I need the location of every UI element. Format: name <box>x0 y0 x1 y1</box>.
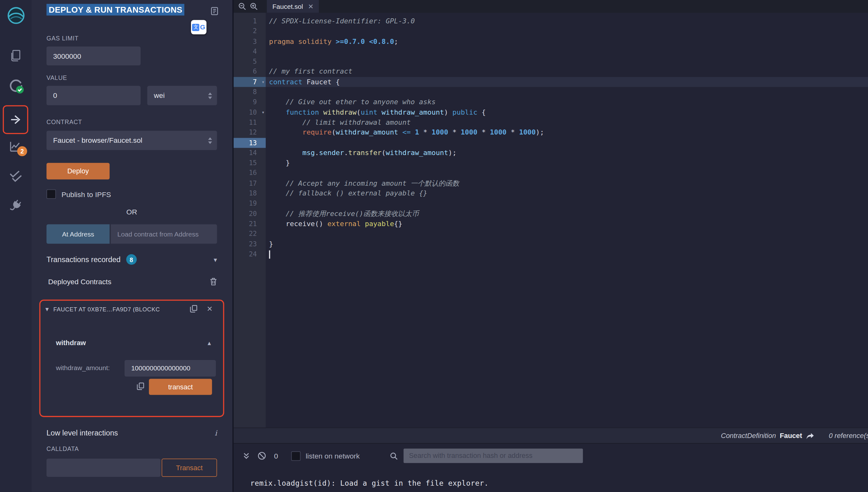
info-icon[interactable]: i <box>214 428 217 437</box>
code-line[interactable] <box>266 229 868 239</box>
zoom-in-icon[interactable] <box>250 2 258 10</box>
publish-ipfs-checkbox[interactable] <box>46 190 56 199</box>
code-line[interactable]: // 推荐使用receive()函数来接收以太币 <box>266 209 868 219</box>
terminal-search-icon[interactable] <box>389 451 398 460</box>
deploy-run-icon[interactable] <box>0 113 31 127</box>
code-line[interactable] <box>266 46 868 56</box>
gas-limit-input[interactable] <box>46 46 141 65</box>
gutter-line[interactable]: 9 <box>234 97 266 107</box>
gutter-line[interactable]: 15 <box>234 158 266 168</box>
gutter-line[interactable]: 23 <box>234 239 266 249</box>
gutter-line[interactable]: 4 <box>234 46 266 56</box>
code-line[interactable]: require(withdraw_amount <= 1 * 1000 * 10… <box>266 128 868 138</box>
code-line[interactable]: } <box>266 158 868 168</box>
gutter-line[interactable]: 22 <box>234 229 266 239</box>
gutter-line[interactable]: 17 <box>234 178 266 188</box>
code-line[interactable] <box>266 198 868 208</box>
copy-address-icon[interactable] <box>190 305 198 313</box>
gutter-line[interactable]: 10▾ <box>234 107 266 118</box>
code-line[interactable]: // fallback () external payable {} <box>266 188 868 198</box>
gutter-line[interactable]: 12 <box>234 128 266 138</box>
at-address-input[interactable] <box>111 224 217 244</box>
value-unit-select[interactable]: wei <box>147 86 217 105</box>
copy-calldata-icon[interactable] <box>137 382 145 390</box>
go-to-definition-icon[interactable] <box>806 432 815 440</box>
google-translate-icon[interactable]: 文 G <box>191 20 206 34</box>
code-line[interactable]: } <box>266 239 868 249</box>
gutter-line[interactable]: 14 <box>234 148 266 158</box>
chevron-down-icon[interactable]: ▾ <box>214 255 217 263</box>
fold-icon[interactable]: ▾ <box>262 107 265 118</box>
gutter-line[interactable]: 1 <box>234 16 266 26</box>
code-line[interactable] <box>266 56 868 67</box>
code-token: ( <box>331 128 335 137</box>
panel-title: DEPLOY & RUN TRANSACTIONS <box>46 5 184 15</box>
documentation-icon[interactable] <box>210 7 219 16</box>
trash-icon[interactable] <box>210 277 217 286</box>
deployed-contracts-row: Deployed Contracts <box>48 277 217 286</box>
gutter-line[interactable]: 11 <box>234 118 266 128</box>
clear-console-icon[interactable] <box>258 451 266 460</box>
unit-testing-icon[interactable] <box>0 170 31 183</box>
at-address-button[interactable]: At Address <box>46 224 109 244</box>
code-line[interactable] <box>266 26 868 36</box>
remix-logo[interactable] <box>0 4 31 27</box>
contract-select[interactable]: Faucet - browser/Faucet.sol <box>46 131 217 150</box>
code-token: { <box>477 108 485 116</box>
code-line[interactable]: // limit withdrawal amount <box>266 118 868 128</box>
chevron-up-icon[interactable]: ▴ <box>208 339 211 347</box>
gutter-line[interactable]: 13 <box>234 138 266 148</box>
code-line[interactable]: function withdraw(uint withdraw_amount) … <box>266 107 868 118</box>
terminal-expand-icon[interactable] <box>242 452 250 460</box>
code-line[interactable]: pragma solidity >=0.7.0 <0.8.0; <box>266 36 868 46</box>
zoom-out-icon[interactable] <box>238 2 246 10</box>
calldata-input[interactable] <box>46 459 160 477</box>
code-line[interactable] <box>266 138 868 148</box>
terminal-search-input[interactable] <box>403 449 583 463</box>
withdraw-row[interactable]: withdraw ▴ <box>56 339 211 347</box>
code-token: 1000 <box>432 128 448 137</box>
code-line[interactable]: // my first contract <box>266 67 868 77</box>
caret-down-icon[interactable]: ▾ <box>46 305 49 313</box>
withdraw-amount-input[interactable] <box>125 360 216 377</box>
value-input[interactable] <box>46 86 141 105</box>
code-line[interactable]: // Give out ether to anyone who asks <box>266 97 868 107</box>
gutter-line[interactable]: 7▾ <box>234 77 266 87</box>
deploy-button[interactable]: Deploy <box>46 163 109 180</box>
code-line[interactable]: receive() external payable{} <box>266 219 868 229</box>
gutter-line[interactable]: 16 <box>234 168 266 178</box>
code-line[interactable] <box>266 168 868 178</box>
gutter-line[interactable]: 21 <box>234 219 266 229</box>
code-line[interactable]: // SPDX-License-Identifier: GPL-3.0 <box>266 16 868 26</box>
transact-button[interactable]: transact <box>149 379 212 395</box>
listen-network-checkbox[interactable] <box>291 451 301 461</box>
code-line[interactable] <box>266 249 868 259</box>
panel-title-text: DEPLOY & RUN TRANSACTIONS <box>46 4 184 16</box>
gutter-line[interactable]: 3 <box>234 36 266 46</box>
file-explorer-icon[interactable] <box>0 49 31 63</box>
code-line[interactable]: msg.sender.transfer(withdraw_amount); <box>266 148 868 158</box>
code-line[interactable] <box>266 87 868 97</box>
status-references[interactable]: 0 reference(s) <box>829 428 868 444</box>
tab-faucet-sol[interactable]: Faucet.sol ✕ <box>267 0 319 13</box>
gutter-line[interactable]: 24 <box>234 249 266 259</box>
deployed-contract-header[interactable]: ▾ FAUCET AT 0XB7E…FA9D7 (BLOCKC ✕ <box>46 305 223 313</box>
low-level-transact-button[interactable]: Transact <box>161 459 217 477</box>
gutter-line[interactable]: 8 <box>234 87 266 97</box>
tab-close-icon[interactable]: ✕ <box>308 2 314 10</box>
code-token: // 推荐使用receive()函数来接收以太币 <box>269 209 418 217</box>
gutter-line[interactable]: 2 <box>234 26 266 36</box>
code-line[interactable]: // Accept any incoming amount 一个默认的函数 <box>266 178 868 188</box>
plugin-manager-icon[interactable] <box>0 198 31 213</box>
gutter-line[interactable]: 20 <box>234 209 266 219</box>
fold-icon[interactable]: ▾ <box>262 77 265 87</box>
gutter-line[interactable]: 19 <box>234 198 266 208</box>
transactions-recorded-row[interactable]: Transactions recorded 8 ▾ <box>46 254 217 265</box>
code-line[interactable]: contract Faucet { <box>266 77 868 87</box>
solidity-compiler-icon[interactable] <box>0 78 31 94</box>
gutter-line[interactable]: 6 <box>234 67 266 77</box>
close-contract-icon[interactable]: ✕ <box>207 305 213 313</box>
gutter-line[interactable]: 18 <box>234 188 266 198</box>
gutter-line[interactable]: 5 <box>234 56 266 67</box>
withdraw-amount-label: withdraw_amount: <box>56 364 110 372</box>
